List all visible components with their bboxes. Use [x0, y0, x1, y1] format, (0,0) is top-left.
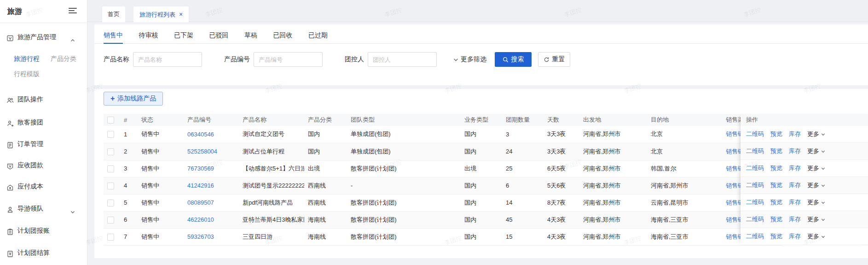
more-dropdown[interactable]: 更多	[807, 130, 825, 138]
row-checkbox[interactable]	[107, 200, 114, 206]
chevron-up-icon	[70, 34, 75, 39]
product-code-link[interactable]: 41242916	[184, 177, 239, 194]
destination-cell: 韩国,首尔	[647, 160, 722, 177]
tab-home[interactable]: 首页	[102, 6, 125, 22]
qrcode-link[interactable]: 二维码	[746, 147, 764, 155]
category-cell: 国内	[304, 143, 347, 160]
status-tab-on-sale[interactable]: 销售中	[104, 28, 123, 43]
col-business-type: 业务类型	[461, 114, 502, 126]
status-tab-expired[interactable]: 已过期	[308, 28, 328, 43]
period-count-cell: 15	[502, 228, 544, 245]
status-tab-rejected[interactable]: 已驳回	[209, 28, 228, 43]
sidebar-item-trip-settlement[interactable]: 计划团结算	[0, 246, 87, 259]
row-index: 6	[120, 211, 138, 228]
qrcode-link[interactable]: 二维码	[746, 164, 764, 172]
period-count-cell: 6	[502, 177, 544, 194]
stock-link[interactable]: 库存	[789, 164, 801, 172]
product-code-link[interactable]: 76730569	[184, 160, 239, 177]
status-tab-pending-review[interactable]: 待审核	[139, 28, 158, 43]
settle-icon	[6, 249, 14, 256]
qrcode-link[interactable]: 二维码	[746, 198, 764, 206]
preview-link[interactable]: 预览	[770, 147, 782, 155]
more-dropdown[interactable]: 更多	[807, 232, 825, 241]
stock-link[interactable]: 库存	[789, 215, 801, 224]
sidebar-item-product-management[interactable]: 旅游产品管理	[0, 30, 87, 43]
product-code-link[interactable]: 08089507	[184, 194, 239, 211]
product-code-link[interactable]: 525258004	[184, 143, 239, 160]
preview-link[interactable]: 预览	[770, 130, 782, 138]
sidebar-header: 旅游	[0, 0, 87, 23]
status-tab-off-shelf[interactable]: 已下架	[174, 28, 193, 43]
reset-button[interactable]: 重置	[538, 52, 570, 67]
product-code-input[interactable]	[254, 52, 323, 67]
qrcode-link[interactable]: 二维码	[746, 232, 764, 241]
row-index: 2	[120, 143, 138, 160]
sidebar-item-label: 团队操作	[17, 93, 43, 106]
product-code-link[interactable]: 46226010	[184, 211, 239, 228]
row-actions: 二维码 预览 库存 更多	[741, 160, 868, 177]
more-dropdown[interactable]: 更多	[807, 215, 825, 224]
period-count-cell: 24	[502, 143, 544, 160]
col-team-type: 团队类型	[347, 114, 461, 126]
more-dropdown[interactable]: 更多	[807, 147, 825, 155]
more-dropdown[interactable]: 更多	[807, 164, 825, 172]
order-icon	[6, 140, 14, 147]
more-dropdown[interactable]: 更多	[807, 198, 825, 206]
product-code-link[interactable]: 06340546	[184, 126, 239, 143]
row-checkbox[interactable]	[107, 217, 114, 224]
select-all-checkbox[interactable]	[107, 117, 114, 124]
table-row: 4 销售中 41242916 测试团号显示22222222 西南线 - 国内 6…	[104, 177, 782, 194]
qrcode-link[interactable]: 二维码	[746, 130, 764, 138]
row-checkbox[interactable]	[107, 148, 114, 155]
table-row: 1 销售中 06340546 测试自定义团号 国内 单独成团(包团) 国内 3 …	[104, 126, 782, 143]
stock-link[interactable]: 库存	[789, 198, 801, 206]
category-cell: 西南线	[304, 177, 347, 194]
row-checkbox[interactable]	[107, 165, 114, 172]
qrcode-link[interactable]: 二维码	[746, 181, 764, 189]
sidebar-item-receivables[interactable]: 应收团款	[0, 159, 87, 171]
product-table-wrap: # 状态 产品编号 产品名称 产品分类 团队类型 业务类型 团期数量 天数 出发…	[104, 114, 868, 245]
qrcode-link[interactable]: 二维码	[746, 215, 764, 224]
collapse-menu-icon[interactable]	[69, 8, 77, 14]
row-status: 销售中	[138, 126, 184, 143]
preview-link[interactable]: 预览	[770, 232, 782, 241]
status-tab-recycled[interactable]: 已回收	[273, 28, 292, 43]
add-route-product-button[interactable]: + 添加线路产品	[104, 92, 163, 106]
stock-link[interactable]: 库存	[789, 130, 801, 138]
tab-itinerary-list[interactable]: 旅游行程列表×	[133, 6, 189, 22]
row-checkbox[interactable]	[107, 131, 114, 138]
row-checkbox[interactable]	[107, 183, 114, 189]
sidebar-item-trip-expense[interactable]: 计划团报账	[0, 224, 87, 237]
sidebar-subitem-templates[interactable]: 行程模版	[14, 68, 40, 79]
close-tab-icon[interactable]: ×	[179, 6, 183, 22]
row-actions: 二维码 预览 库存 更多	[741, 126, 868, 143]
col-category: 产品分类	[304, 114, 347, 126]
row-actions: 二维码 预览 库存 更多	[741, 177, 868, 194]
preview-link[interactable]: 预览	[770, 181, 782, 189]
sidebar-item-team-operations[interactable]: 团队操作	[0, 93, 87, 106]
row-index: 5	[120, 194, 138, 211]
sidebar-item-label: 应收团款	[17, 159, 43, 171]
product-name-cell: 测试团号显示22222222	[239, 177, 304, 194]
more-filters-toggle[interactable]: 更多筛选	[453, 55, 486, 64]
row-checkbox[interactable]	[107, 234, 114, 241]
search-button[interactable]: 搜索	[495, 52, 532, 67]
preview-link[interactable]: 预览	[770, 198, 782, 206]
sidebar-item-order-management[interactable]: 订单管理	[0, 137, 87, 150]
stock-link[interactable]: 库存	[789, 147, 801, 155]
sidebar-item-guides[interactable]: 导游领队	[0, 202, 87, 215]
status-tab-draft[interactable]: 草稿	[244, 28, 257, 43]
destination-cell: 河南省,郑州市	[647, 177, 722, 194]
preview-link[interactable]: 预览	[770, 164, 782, 172]
sidebar-item-payables[interactable]: 应付成本	[0, 180, 87, 193]
product-name-input[interactable]	[133, 52, 202, 67]
sidebar-item-fit-groups[interactable]: 散客接团	[0, 116, 87, 129]
product-code-link[interactable]: 59326703	[184, 228, 239, 245]
group-controller-input[interactable]	[368, 52, 437, 67]
sidebar-subitem-itineraries[interactable]: 旅游行程	[14, 53, 40, 64]
more-dropdown[interactable]: 更多	[807, 181, 825, 189]
stock-link[interactable]: 库存	[789, 181, 801, 189]
sidebar-subitem-categories[interactable]: 产品分类	[51, 53, 76, 64]
stock-link[interactable]: 库存	[789, 232, 801, 241]
preview-link[interactable]: 预览	[770, 215, 782, 224]
